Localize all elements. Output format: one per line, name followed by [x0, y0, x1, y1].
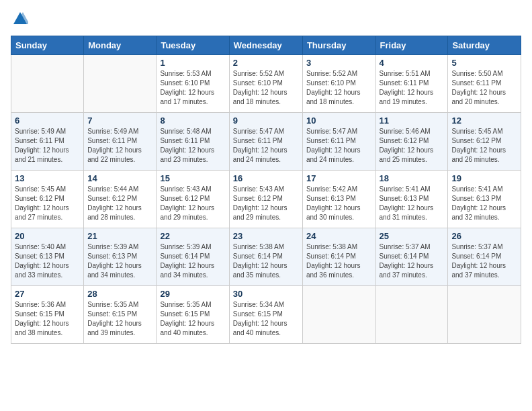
day-info: Sunrise: 5:44 AMSunset: 6:12 PMDaylight:… [87, 185, 152, 222]
calendar-cell: 20Sunrise: 5:40 AMSunset: 6:13 PMDayligh… [11, 228, 84, 286]
day-number: 28 [87, 289, 152, 299]
day-number: 26 [451, 231, 517, 241]
day-info: Sunrise: 5:53 AMSunset: 6:10 PMDaylight:… [160, 69, 225, 107]
day-number: 1 [160, 58, 225, 68]
day-number: 22 [160, 231, 225, 241]
day-info: Sunrise: 5:46 AMSunset: 6:12 PMDaylight:… [380, 127, 445, 165]
day-number: 2 [233, 58, 299, 68]
day-of-week-header: Monday [84, 36, 157, 55]
day-info: Sunrise: 5:42 AMSunset: 6:13 PMDaylight:… [306, 185, 372, 222]
calendar-cell: 15Sunrise: 5:43 AMSunset: 6:12 PMDayligh… [157, 171, 229, 228]
calendar-cell: 22Sunrise: 5:39 AMSunset: 6:14 PMDayligh… [157, 228, 229, 286]
day-number: 18 [380, 173, 445, 183]
day-of-week-header: Friday [375, 36, 448, 55]
day-info: Sunrise: 5:52 AMSunset: 6:10 PMDaylight:… [233, 69, 299, 107]
day-number: 17 [306, 173, 372, 183]
day-number: 13 [15, 173, 80, 183]
calendar-cell: 24Sunrise: 5:38 AMSunset: 6:14 PMDayligh… [302, 228, 375, 286]
day-info: Sunrise: 5:39 AMSunset: 6:13 PMDaylight:… [87, 242, 152, 280]
day-of-week-header: Wednesday [229, 36, 302, 55]
calendar-cell [448, 286, 521, 344]
day-number: 4 [380, 58, 445, 68]
day-number: 27 [15, 289, 80, 299]
calendar-cell: 8Sunrise: 5:48 AMSunset: 6:11 PMDaylight… [157, 113, 229, 171]
day-number: 9 [233, 116, 299, 126]
calendar-cell: 21Sunrise: 5:39 AMSunset: 6:13 PMDayligh… [84, 228, 157, 286]
day-number: 24 [306, 231, 372, 241]
calendar-cell: 2Sunrise: 5:52 AMSunset: 6:10 PMDaylight… [229, 55, 302, 113]
day-number: 25 [380, 231, 445, 241]
calendar-cell: 30Sunrise: 5:34 AMSunset: 6:15 PMDayligh… [229, 286, 302, 344]
day-info: Sunrise: 5:49 AMSunset: 6:11 PMDaylight:… [15, 127, 80, 165]
day-number: 8 [160, 116, 225, 126]
day-info: Sunrise: 5:41 AMSunset: 6:13 PMDaylight:… [380, 185, 445, 222]
day-of-week-header: Tuesday [157, 36, 229, 55]
calendar-cell: 10Sunrise: 5:47 AMSunset: 6:11 PMDayligh… [302, 113, 375, 171]
day-number: 23 [233, 231, 299, 241]
calendar-cell: 17Sunrise: 5:42 AMSunset: 6:13 PMDayligh… [302, 171, 375, 228]
day-info: Sunrise: 5:35 AMSunset: 6:15 PMDaylight:… [160, 300, 225, 338]
day-number: 14 [87, 173, 152, 183]
day-info: Sunrise: 5:50 AMSunset: 6:11 PMDaylight:… [451, 69, 517, 107]
calendar-cell: 26Sunrise: 5:37 AMSunset: 6:14 PMDayligh… [448, 228, 521, 286]
day-info: Sunrise: 5:47 AMSunset: 6:11 PMDaylight:… [233, 127, 299, 165]
day-number: 10 [306, 116, 372, 126]
calendar-cell: 19Sunrise: 5:41 AMSunset: 6:13 PMDayligh… [448, 171, 521, 228]
day-info: Sunrise: 5:43 AMSunset: 6:12 PMDaylight:… [233, 185, 299, 222]
calendar-cell: 13Sunrise: 5:45 AMSunset: 6:12 PMDayligh… [11, 171, 84, 228]
day-info: Sunrise: 5:35 AMSunset: 6:15 PMDaylight:… [87, 300, 152, 338]
day-number: 16 [233, 173, 299, 183]
day-number: 29 [160, 289, 225, 299]
calendar-cell: 4Sunrise: 5:51 AMSunset: 6:11 PMDaylight… [375, 55, 448, 113]
calendar-cell: 9Sunrise: 5:47 AMSunset: 6:11 PMDaylight… [229, 113, 302, 171]
day-info: Sunrise: 5:43 AMSunset: 6:12 PMDaylight:… [160, 185, 225, 222]
calendar-cell: 6Sunrise: 5:49 AMSunset: 6:11 PMDaylight… [11, 113, 84, 171]
day-info: Sunrise: 5:49 AMSunset: 6:11 PMDaylight:… [87, 127, 152, 165]
day-info: Sunrise: 5:37 AMSunset: 6:14 PMDaylight:… [451, 242, 517, 280]
calendar-cell: 14Sunrise: 5:44 AMSunset: 6:12 PMDayligh… [84, 171, 157, 228]
calendar-cell: 28Sunrise: 5:35 AMSunset: 6:15 PMDayligh… [84, 286, 157, 344]
calendar-cell: 18Sunrise: 5:41 AMSunset: 6:13 PMDayligh… [375, 171, 448, 228]
day-number: 3 [306, 58, 372, 68]
day-info: Sunrise: 5:51 AMSunset: 6:11 PMDaylight:… [380, 69, 445, 107]
day-number: 20 [15, 231, 80, 241]
calendar-cell: 23Sunrise: 5:38 AMSunset: 6:14 PMDayligh… [229, 228, 302, 286]
day-info: Sunrise: 5:40 AMSunset: 6:13 PMDaylight:… [15, 242, 80, 280]
day-number: 11 [380, 116, 445, 126]
day-info: Sunrise: 5:45 AMSunset: 6:12 PMDaylight:… [15, 185, 80, 222]
calendar-cell [11, 55, 84, 113]
day-number: 7 [87, 116, 152, 126]
day-number: 19 [451, 173, 517, 183]
calendar-cell [84, 55, 157, 113]
calendar-cell: 29Sunrise: 5:35 AMSunset: 6:15 PMDayligh… [157, 286, 229, 344]
page-header [11, 11, 521, 30]
day-number: 21 [87, 231, 152, 241]
day-number: 12 [451, 116, 517, 126]
logo [11, 11, 28, 30]
logo-icon [12, 11, 28, 27]
day-info: Sunrise: 5:37 AMSunset: 6:14 PMDaylight:… [380, 242, 445, 280]
day-info: Sunrise: 5:45 AMSunset: 6:12 PMDaylight:… [451, 127, 517, 165]
day-of-week-header: Saturday [448, 36, 521, 55]
day-info: Sunrise: 5:52 AMSunset: 6:10 PMDaylight:… [306, 69, 372, 107]
calendar-cell: 3Sunrise: 5:52 AMSunset: 6:10 PMDaylight… [302, 55, 375, 113]
calendar-cell: 25Sunrise: 5:37 AMSunset: 6:14 PMDayligh… [375, 228, 448, 286]
calendar-table: SundayMondayTuesdayWednesdayThursdayFrid… [11, 36, 521, 344]
day-info: Sunrise: 5:47 AMSunset: 6:11 PMDaylight:… [306, 127, 372, 165]
calendar-cell: 27Sunrise: 5:36 AMSunset: 6:15 PMDayligh… [11, 286, 84, 344]
day-info: Sunrise: 5:39 AMSunset: 6:14 PMDaylight:… [160, 242, 225, 280]
day-number: 15 [160, 173, 225, 183]
day-info: Sunrise: 5:48 AMSunset: 6:11 PMDaylight:… [160, 127, 225, 165]
day-info: Sunrise: 5:38 AMSunset: 6:14 PMDaylight:… [306, 242, 372, 280]
calendar-cell: 12Sunrise: 5:45 AMSunset: 6:12 PMDayligh… [448, 113, 521, 171]
day-number: 5 [451, 58, 517, 68]
day-number: 6 [15, 116, 80, 126]
calendar-cell: 16Sunrise: 5:43 AMSunset: 6:12 PMDayligh… [229, 171, 302, 228]
calendar-cell: 1Sunrise: 5:53 AMSunset: 6:10 PMDaylight… [157, 55, 229, 113]
day-of-week-header: Sunday [11, 36, 84, 55]
calendar-cell: 11Sunrise: 5:46 AMSunset: 6:12 PMDayligh… [375, 113, 448, 171]
calendar-cell: 7Sunrise: 5:49 AMSunset: 6:11 PMDaylight… [84, 113, 157, 171]
calendar-cell [302, 286, 375, 344]
day-info: Sunrise: 5:36 AMSunset: 6:15 PMDaylight:… [15, 300, 80, 338]
day-info: Sunrise: 5:38 AMSunset: 6:14 PMDaylight:… [233, 242, 299, 280]
